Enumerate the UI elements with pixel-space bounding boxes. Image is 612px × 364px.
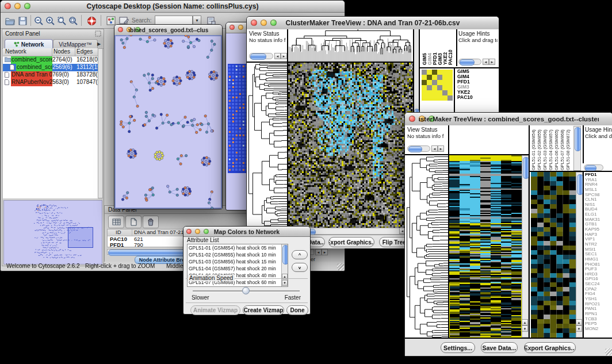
tv1-heatmap-canvas[interactable]: [288, 63, 413, 228]
tv1-column-label[interactable]: PAC10: [447, 29, 453, 65]
save-button[interactable]: [17, 15, 28, 26]
network-table-row[interactable]: DNA and Tran 07769(0)183728(0): [3, 71, 100, 79]
tv2-zoom-vscrollbar[interactable]: ▲ ▼: [576, 172, 583, 338]
search-input[interactable]: [155, 16, 193, 25]
tv2-column-label[interactable]: GPL51-06 (GSM865): [554, 125, 560, 170]
tv1-column-label[interactable]: YKE2: [442, 29, 447, 65]
col-header-nodes[interactable]: Nodes: [53, 48, 70, 55]
network-table-row[interactable]: combined_sco2569(6)13112(15): [3, 64, 100, 71]
more-tabs-button[interactable]: ▶: [95, 40, 102, 47]
datapanel-scroll-right[interactable]: ►: [322, 249, 328, 255]
attribute-list-item[interactable]: GPL51-01 (GSM854) heat shock 05 min: [189, 245, 281, 252]
attribute-list-scroll-down[interactable]: ▼: [282, 280, 288, 286]
tv2-export-graphics-button[interactable]: Export Graphics...: [524, 342, 576, 353]
tv1-column-label[interactable]: PFD1: [432, 29, 437, 65]
tv2-global-scroll-down[interactable]: ▼: [522, 325, 528, 332]
tv2-resize-grip[interactable]: [605, 348, 612, 355]
tv1-column-label[interactable]: GIM4: [427, 29, 432, 65]
datapanel-newdoc-button[interactable]: [125, 216, 141, 228]
main-resize-grip[interactable]: [337, 263, 344, 270]
tv1-row-dendrogram[interactable]: [248, 63, 287, 228]
animation-speed-slider[interactable]: [193, 287, 300, 295]
tab-network[interactable]: Network: [5, 39, 53, 49]
tv1-status-scroll-left[interactable]: ◄: [274, 53, 281, 59]
tv2-zoom-heatmap[interactable]: [531, 172, 576, 338]
birdseye-canvas[interactable]: [4, 201, 102, 264]
tv2-column-label[interactable]: GPL51-04 (GSM857): [548, 125, 554, 170]
attribute-list-item[interactable]: GPL51-04 (GSM857) heat shock 20 min: [189, 266, 281, 273]
tv2-row-dendrogram[interactable]: [406, 155, 448, 338]
datapanel-scroll-left[interactable]: ◄: [315, 249, 322, 255]
tv2-column-label[interactable]: GPL51-07 (GSM868): [560, 125, 565, 170]
dialog-titlebar[interactable]: Map Colors to Network: [183, 227, 310, 237]
col-header-edges[interactable]: Edges: [76, 48, 93, 55]
tv2-status-scroll-thumb[interactable]: [408, 146, 422, 152]
tv2-global-heatmap[interactable]: [449, 155, 522, 338]
close-icon[interactable]: [251, 20, 257, 26]
tv2-settings-button[interactable]: Settings...: [441, 342, 475, 353]
network-table-row[interactable]: combined_scores2764(0)16218(0): [3, 56, 100, 64]
slider-thumb[interactable]: [242, 287, 250, 294]
tv2-gene-label[interactable]: MON2: [585, 327, 611, 332]
tv1-column-label[interactable]: GIM5: [422, 29, 427, 65]
tv1-row-label[interactable]: PAC10: [457, 95, 483, 100]
tv2-column-label[interactable]: GPL51-01 (GSM854): [531, 125, 537, 170]
network-table-row[interactable]: RNAPuberNov2+I563(0)107847(0): [3, 79, 100, 86]
close-icon[interactable]: [230, 25, 235, 30]
tv1-column-label[interactable]: GIM3: [437, 29, 442, 65]
help-button[interactable]: [86, 15, 97, 26]
network-graph-canvas[interactable]: [114, 35, 222, 209]
tv2-zoom-scroll-down[interactable]: ▼: [576, 325, 582, 332]
datacol-id[interactable]: ID: [116, 229, 121, 235]
close-icon[interactable]: [5, 3, 11, 9]
tv2-labels-vscroll-thumb[interactable]: [575, 127, 581, 151]
attribute-list-item[interactable]: GPL51-03 (GSM856) heat shock 15 min: [189, 259, 281, 266]
search-dropdown-button[interactable]: ▼: [193, 16, 201, 25]
tv2-status-scroll-right[interactable]: ►: [438, 145, 444, 152]
zoom-selected-button[interactable]: [56, 15, 67, 26]
close-icon[interactable]: [409, 116, 415, 122]
close-icon[interactable]: [118, 27, 123, 32]
tv2-labels-vscrollbar[interactable]: [573, 126, 581, 171]
move-down-button[interactable]: v: [292, 263, 308, 272]
done-button[interactable]: Done: [286, 305, 308, 315]
tv1-status-scroll-right[interactable]: ►: [281, 53, 287, 59]
tv1-status-scroll-thumb[interactable]: [250, 53, 266, 60]
col-header-network[interactable]: Network: [5, 48, 26, 55]
float-panel-icon[interactable]: [95, 30, 101, 37]
treeview2-titlebar[interactable]: ClusterMaker TreeView : combined_scores_…: [405, 113, 612, 126]
datapanel-table-button[interactable]: [108, 216, 124, 228]
tv2-zoom-scroll-up[interactable]: ▲: [576, 319, 582, 325]
attribute-list-scroll-thumb[interactable]: [282, 245, 288, 265]
tv2-column-label[interactable]: GPL51-03 (GSM856): [542, 125, 548, 170]
open-file-button[interactable]: [4, 15, 16, 26]
tv2-status-scroll-left[interactable]: ◄: [431, 145, 438, 152]
network-view-titlebar[interactable]: combined_scores_good.txt--cluste...: [114, 25, 222, 36]
attribute-list-scrollbar[interactable]: ▲ ▼: [281, 244, 288, 286]
move-up-button[interactable]: ^: [292, 250, 308, 259]
tv2-save-data-button[interactable]: Save Data...: [481, 342, 518, 353]
tv2-global-vscrollbar[interactable]: ▲ ▼: [522, 155, 529, 338]
tv2-global-scroll-up[interactable]: ▲: [522, 319, 528, 325]
control-panel-vscrollbar[interactable]: [98, 48, 103, 198]
attribute-list-item[interactable]: GPL51-02 (GSM855) heat shock 10 min: [189, 252, 281, 259]
tab-vizmapper[interactable]: VizMapper™: [53, 39, 98, 49]
zoom-in-button[interactable]: [44, 15, 56, 26]
treeview1-titlebar[interactable]: ClusterMaker TreeView : DNA and Tran 07-…: [247, 17, 499, 30]
tv2-column-label[interactable]: GPL51-02 (GSM855): [537, 125, 542, 170]
tv1-column-dendrogram[interactable]: [288, 29, 411, 62]
tv1-hints-scroll-right[interactable]: ►: [489, 59, 495, 65]
zoom-fit-button[interactable]: [67, 15, 79, 26]
animate-vizmap-button[interactable]: Animate Vizmap: [190, 305, 240, 315]
tv2-column-label[interactable]: GPL51-08 (GSM872): [565, 125, 571, 170]
tv1-summary-matrix[interactable]: [422, 70, 453, 101]
main-titlebar[interactable]: Cytoscape Desktop (Session Name: collins…: [1, 1, 345, 13]
create-vizmap-button[interactable]: Create Vizmap: [243, 305, 284, 315]
tv1-export-graphics-button[interactable]: Export Graphics...: [328, 237, 374, 247]
datapanel-delete-button[interactable]: [143, 216, 159, 228]
close-icon[interactable]: [186, 229, 192, 234]
tv1-hints-scroll-left[interactable]: ◄: [483, 59, 489, 65]
tv1-hints-scroll-thumb[interactable]: [460, 59, 475, 66]
zoom-out-button[interactable]: [33, 15, 44, 26]
minimize-icon[interactable]: [238, 25, 243, 30]
